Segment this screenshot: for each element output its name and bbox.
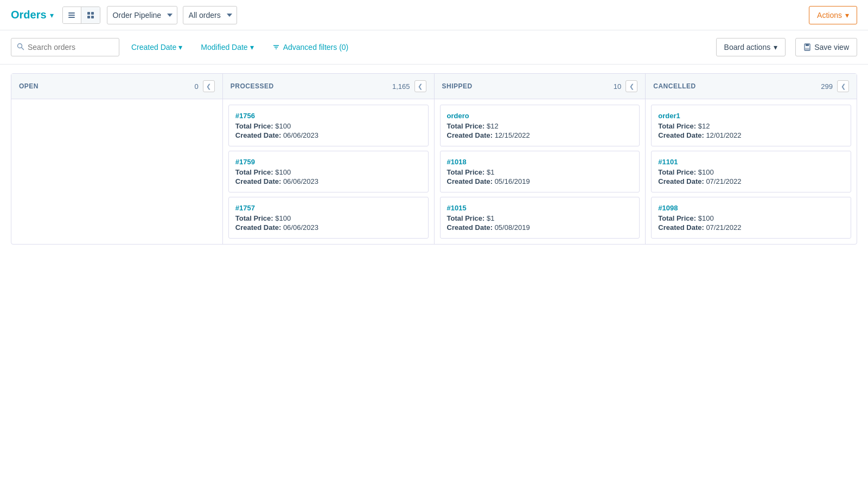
search-icon — [17, 43, 24, 52]
advanced-filters-button[interactable]: Advanced filters (0) — [266, 38, 355, 56]
svg-rect-2 — [68, 17, 75, 18]
pipeline-select[interactable]: Order Pipeline — [107, 6, 177, 24]
column-name-cancelled: CANCELLED — [653, 82, 821, 90]
order-card[interactable]: #1759Total Price: $100Created Date: 06/0… — [228, 151, 429, 192]
column-header-processed: PROCESSED1,165❮ — [223, 74, 434, 99]
order-total-price: Total Price: $100 — [235, 168, 422, 176]
column-cancelled: CANCELLED299❮order1Total Price: $12Creat… — [646, 74, 857, 244]
column-open: OPEN0❮ — [11, 74, 223, 244]
order-total-price: Total Price: $100 — [658, 214, 844, 222]
order-total-price: Total Price: $1 — [447, 168, 633, 176]
order-id[interactable]: #1015 — [447, 204, 633, 212]
svg-rect-6 — [91, 16, 94, 18]
svg-rect-13 — [806, 44, 809, 46]
title-dropdown-icon[interactable]: ▾ — [50, 11, 54, 20]
svg-rect-3 — [87, 12, 90, 15]
order-created-date: Created Date: 07/21/2022 — [658, 177, 844, 185]
board-container: OPEN0❮PROCESSED1,165❮#1756Total Price: $… — [0, 65, 868, 253]
board-actions-button[interactable]: Board actions ▾ — [716, 38, 786, 56]
svg-line-8 — [22, 47, 24, 49]
order-created-date: Created Date: 05/16/2019 — [447, 177, 633, 185]
order-total-price: Total Price: $100 — [658, 168, 844, 176]
column-name-processed: PROCESSED — [231, 82, 392, 90]
order-created-date: Created Date: 05/08/2019 — [447, 223, 633, 232]
order-card[interactable]: #1101Total Price: $100Created Date: 07/2… — [651, 151, 851, 192]
modified-date-filter[interactable]: Modified Date ▾ — [194, 38, 260, 56]
order-total-price: Total Price: $12 — [658, 122, 844, 130]
order-id[interactable]: #1757 — [235, 204, 422, 212]
order-id[interactable]: #1101 — [658, 158, 844, 166]
order-card[interactable]: order1Total Price: $12Created Date: 12/0… — [651, 105, 851, 146]
order-id[interactable]: order1 — [658, 112, 844, 120]
order-created-date: Created Date: 06/06/2023 — [235, 223, 422, 232]
order-card[interactable]: #1757Total Price: $100Created Date: 06/0… — [228, 197, 429, 239]
svg-rect-4 — [91, 12, 94, 15]
column-count-processed: 1,165 — [392, 82, 410, 91]
column-collapse-shipped[interactable]: ❮ — [626, 80, 637, 92]
board-view-button[interactable] — [81, 7, 100, 23]
svg-rect-5 — [87, 16, 90, 18]
column-body-processed: #1756Total Price: $100Created Date: 06/0… — [223, 99, 434, 244]
column-collapse-cancelled[interactable]: ❮ — [837, 80, 849, 92]
order-created-date: Created Date: 12/15/2022 — [447, 131, 633, 139]
search-box — [11, 38, 119, 56]
order-created-date: Created Date: 06/06/2023 — [235, 131, 422, 139]
svg-rect-0 — [68, 12, 75, 14]
order-id[interactable]: ordero — [447, 112, 633, 120]
order-card[interactable]: #1018Total Price: $1Created Date: 05/16/… — [440, 151, 640, 192]
order-total-price: Total Price: $100 — [235, 122, 422, 130]
order-card[interactable]: orderoTotal Price: $12Created Date: 12/1… — [440, 105, 640, 146]
column-count-shipped: 10 — [614, 82, 621, 91]
actions-button[interactable]: Actions ▾ — [809, 6, 857, 24]
column-collapse-processed[interactable]: ❮ — [414, 80, 426, 92]
column-header-shipped: SHIPPED10❮ — [435, 74, 646, 99]
order-id[interactable]: #1756 — [235, 112, 422, 120]
column-header-open: OPEN0❮ — [11, 74, 222, 99]
column-body-cancelled: order1Total Price: $12Created Date: 12/0… — [646, 99, 857, 244]
order-card[interactable]: #1756Total Price: $100Created Date: 06/0… — [228, 105, 429, 146]
column-processed: PROCESSED1,165❮#1756Total Price: $100Cre… — [223, 74, 435, 244]
filter-bar: Created Date ▾ Modified Date ▾ Advanced … — [0, 30, 868, 65]
order-id[interactable]: #1098 — [658, 204, 844, 212]
svg-rect-14 — [805, 48, 809, 50]
board: OPEN0❮PROCESSED1,165❮#1756Total Price: $… — [11, 73, 857, 245]
created-date-filter[interactable]: Created Date ▾ — [125, 38, 189, 56]
order-id[interactable]: #1018 — [447, 158, 633, 166]
column-collapse-open[interactable]: ❮ — [203, 80, 215, 92]
column-name-open: OPEN — [19, 82, 195, 90]
order-card[interactable]: #1098Total Price: $100Created Date: 07/2… — [651, 197, 851, 239]
top-bar: Orders ▾ Order Pipeline All orders Actio… — [0, 0, 868, 30]
column-name-shipped: SHIPPED — [442, 82, 614, 90]
column-header-cancelled: CANCELLED299❮ — [646, 74, 857, 99]
svg-rect-1 — [68, 15, 75, 16]
save-view-button[interactable]: Save view — [795, 38, 857, 56]
column-count-open: 0 — [195, 82, 199, 91]
page-title[interactable]: Orders — [11, 9, 47, 21]
column-count-cancelled: 299 — [821, 82, 833, 91]
list-view-button[interactable] — [63, 7, 81, 23]
search-input[interactable] — [28, 43, 113, 52]
order-total-price: Total Price: $100 — [235, 214, 422, 222]
order-total-price: Total Price: $1 — [447, 214, 633, 222]
filter-select[interactable]: All orders — [183, 6, 237, 24]
column-body-open — [11, 99, 222, 208]
order-card[interactable]: #1015Total Price: $1Created Date: 05/08/… — [440, 197, 640, 239]
order-created-date: Created Date: 12/01/2022 — [658, 131, 844, 139]
order-id[interactable]: #1759 — [235, 158, 422, 166]
column-body-shipped: orderoTotal Price: $12Created Date: 12/1… — [435, 99, 646, 244]
order-created-date: Created Date: 06/06/2023 — [235, 177, 422, 185]
column-shipped: SHIPPED10❮orderoTotal Price: $12Created … — [435, 74, 646, 244]
order-created-date: Created Date: 07/21/2022 — [658, 223, 844, 232]
view-toggle — [62, 7, 100, 24]
order-total-price: Total Price: $12 — [447, 122, 633, 130]
